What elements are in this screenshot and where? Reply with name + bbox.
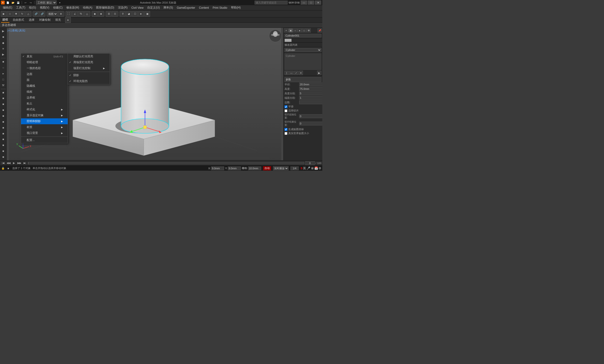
- rp-color-swatch[interactable]: [285, 39, 292, 42]
- redo-btn[interactable]: ↪: [28, 0, 33, 5]
- cm-wireframe[interactable]: 线框: [21, 89, 68, 95]
- pivot-btn[interactable]: ⊕: [58, 11, 64, 17]
- cm-consistent-color[interactable]: 一致的色彩: [21, 65, 68, 71]
- addon-en[interactable]: 英: [303, 166, 306, 170]
- addon-settings[interactable]: ⚙: [318, 166, 321, 170]
- cm-shading[interactable]: 明暗处理: [21, 60, 68, 65]
- sm-ambient-occlusion[interactable]: ✓ 环境光阻挡: [68, 78, 110, 84]
- grid-input[interactable]: [248, 166, 261, 170]
- menu-edit[interactable]: 编辑(E): [1, 5, 14, 10]
- render-result[interactable]: ▣: [144, 11, 150, 17]
- new-btn[interactable]: 📄: [6, 0, 10, 5]
- lt-hierarchy[interactable]: ○: [0, 65, 6, 71]
- rp-display-icon[interactable]: □: [302, 28, 306, 33]
- rp-motion-icon[interactable]: ▸: [298, 28, 302, 33]
- addon-mic[interactable]: 🎤: [306, 166, 310, 170]
- lt-shapes[interactable]: ◆: [0, 40, 6, 46]
- sm-scene-light[interactable]: ✓ 用场景灯光照亮: [68, 60, 110, 65]
- coord-x-input[interactable]: [211, 166, 224, 170]
- cm-edgeface[interactable]: 边面: [21, 71, 68, 77]
- lt-ribbon8[interactable]: ■: [0, 131, 6, 136]
- cm-lighting[interactable]: 照明和阴影 ▶: [21, 118, 68, 124]
- coord-y-input[interactable]: [228, 166, 241, 170]
- cm-real[interactable]: ✓ 真实 Shift+F3: [21, 53, 68, 60]
- viewport-gizmo[interactable]: [269, 29, 282, 42]
- menu-render[interactable]: 渲染(R): [116, 5, 129, 10]
- cm-clay[interactable]: 粘土: [21, 101, 68, 107]
- cb-gen-map[interactable]: [285, 128, 287, 131]
- menu-modifier[interactable]: 修改器(M): [64, 5, 81, 10]
- quick-render[interactable]: ►: [138, 11, 144, 17]
- tab-freeform[interactable]: 自由形式: [11, 17, 25, 22]
- params-section-header[interactable]: 参数: [285, 77, 321, 82]
- cm-viewport-bg[interactable]: 视口背景 ▶: [21, 130, 68, 136]
- tab-populate[interactable]: 填充: [54, 17, 62, 22]
- param-cap-segs-input[interactable]: [299, 96, 322, 100]
- lt-ribbon2[interactable]: ■: [0, 96, 6, 101]
- rp-tb-pipe[interactable]: |: [285, 71, 289, 75]
- menu-customize[interactable]: 自定义(U): [145, 5, 162, 10]
- menu-animation[interactable]: 动画(A): [81, 5, 94, 10]
- lt-ribbon1[interactable]: ■: [0, 90, 6, 96]
- status-icon1[interactable]: 🔒: [1, 166, 5, 170]
- status-icon2[interactable]: ■: [6, 166, 10, 170]
- menu-content[interactable]: Content: [197, 5, 211, 10]
- mirror-btn[interactable]: ◆: [92, 11, 98, 17]
- lt-ribbon7[interactable]: ■: [0, 125, 6, 131]
- percent-snap[interactable]: %: [78, 11, 84, 17]
- tab-extra-btn[interactable]: ●: [65, 17, 71, 23]
- bt-play-end[interactable]: ▶|: [23, 161, 27, 165]
- timeline-frame-input[interactable]: [305, 161, 315, 165]
- workspace-dropdown[interactable]: ▾: [58, 0, 62, 5]
- open-btn[interactable]: 📂: [11, 0, 15, 5]
- menu-print-studio[interactable]: Print Studio: [211, 5, 229, 10]
- cm-stylized[interactable]: 样式化 ▶: [21, 107, 68, 112]
- unlink-btn[interactable]: 🔗: [39, 11, 45, 17]
- lt-ribbon6[interactable]: ■: [0, 119, 6, 125]
- select-region-btn[interactable]: □: [7, 11, 13, 17]
- snap-toggle[interactable]: ⛶: [66, 11, 72, 17]
- playback-mode-select[interactable]: 实时播放: [273, 166, 289, 170]
- select-btn[interactable]: ▶: [1, 11, 7, 17]
- menu-view[interactable]: 视图(V): [38, 5, 51, 10]
- cm-material[interactable]: 材质 ▶: [21, 124, 68, 130]
- render-setup[interactable]: ☐: [132, 11, 138, 17]
- reference-coord-select[interactable]: 视图: [47, 11, 58, 16]
- cm-show-selected[interactable]: 显示选定对象 ▶: [21, 112, 68, 118]
- autokey-btn[interactable]: 自动: [263, 166, 271, 170]
- rp-object-name-input[interactable]: [285, 34, 321, 37]
- close-btn[interactable]: ✕: [315, 0, 321, 5]
- link-btn[interactable]: 🔗: [33, 11, 39, 17]
- viewport-label[interactable]: [+] [透视] [真实]: [8, 29, 25, 32]
- menu-civil-view[interactable]: Civil View: [129, 5, 146, 10]
- param-sides-input[interactable]: [299, 100, 322, 104]
- bt-next-frame[interactable]: ▶▶: [17, 161, 22, 165]
- material-editor[interactable]: ◕: [126, 11, 132, 17]
- bt-prev-frame[interactable]: ◀◀: [6, 161, 11, 165]
- rp-tb-right[interactable]: ▶: [317, 71, 321, 75]
- fps-input[interactable]: [290, 166, 299, 170]
- addon-calendar[interactable]: 📅: [314, 166, 318, 170]
- rp-tb-minus[interactable]: —: [289, 71, 293, 75]
- cm-face[interactable]: 面: [21, 77, 68, 83]
- lt-ribbon5[interactable]: ■: [0, 113, 6, 119]
- cb-real-world[interactable]: [285, 132, 287, 135]
- save-btn[interactable]: 💾: [16, 0, 20, 5]
- schematic-view[interactable]: ⚲: [120, 11, 126, 17]
- rotate-btn[interactable]: ↻: [19, 11, 25, 17]
- menu-help[interactable]: 帮助(H): [229, 5, 242, 10]
- lt-ribbon9[interactable]: ■: [0, 136, 6, 142]
- addon-s[interactable]: S: [301, 167, 302, 170]
- lt-display[interactable]: □: [0, 77, 6, 82]
- viewport[interactable]: [+] [透视] [真实]: [7, 28, 283, 160]
- lt-motion[interactable]: ▸: [0, 71, 6, 76]
- param-height-segs-input[interactable]: [299, 91, 322, 95]
- lt-ribbon11[interactable]: ■: [0, 148, 6, 154]
- rp-hierarchy-icon[interactable]: ○: [293, 28, 297, 33]
- align-btn[interactable]: ■: [98, 11, 104, 17]
- lt-lights[interactable]: ☀: [0, 46, 6, 52]
- cm-configure[interactable]: 配置...: [21, 137, 68, 143]
- lt-ribbon3[interactable]: ■: [0, 101, 6, 107]
- addon-screen[interactable]: 🖥: [311, 166, 314, 170]
- cb-slice[interactable]: [285, 109, 287, 112]
